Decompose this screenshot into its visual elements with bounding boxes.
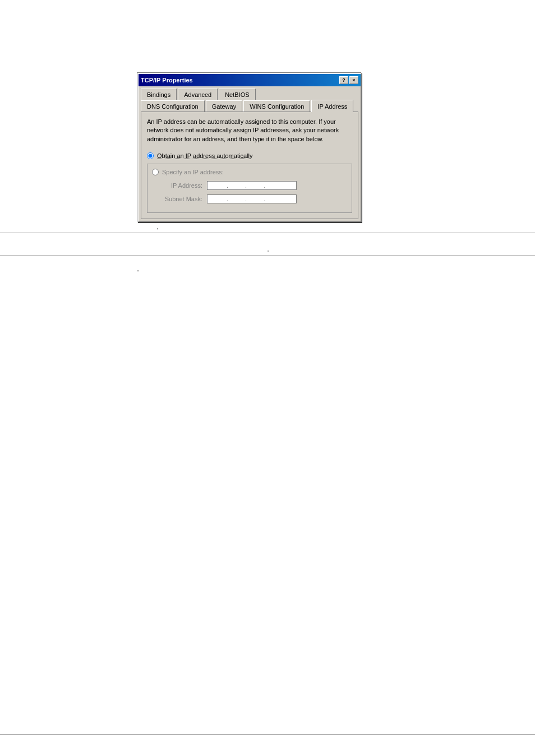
ip-address-label: IP Address: <box>152 182 202 189</box>
title-bar: TCP/IP Properties ? × <box>139 74 361 86</box>
ip-octet-2[interactable] <box>228 182 245 189</box>
help-button[interactable]: ? <box>339 76 348 84</box>
dot-mark-3: ' <box>137 269 139 276</box>
subnet-octet-4[interactable] <box>265 196 282 202</box>
separator-line-3 <box>0 734 535 735</box>
ip-address-row: IP Address: . . . <box>152 181 347 190</box>
ip-address-input-group: . . . <box>207 181 297 190</box>
ip-octet-3[interactable] <box>247 182 264 189</box>
tab-ip-address[interactable]: IP Address <box>311 100 353 112</box>
tab-bindings[interactable]: Bindings <box>141 89 177 100</box>
tab-gateway[interactable]: Gateway <box>206 100 242 112</box>
specify-ip-section: Specify an IP address: IP Address: . . . <box>147 164 352 213</box>
tab-wins-configuration[interactable]: WINS Configuration <box>243 100 310 112</box>
dot-mark-2: ' <box>268 249 269 256</box>
close-button[interactable]: × <box>349 76 358 84</box>
ip-octet-4[interactable] <box>265 182 282 189</box>
separator-line-1 <box>0 233 535 233</box>
radio-group: Obtain an IP address automatically Speci… <box>147 152 352 213</box>
tab-row-1: Bindings Advanced NetBIOS <box>141 89 358 100</box>
dialog-window: TCP/IP Properties ? × Bindings Advanced … <box>137 73 362 222</box>
tab-row-2: DNS Configuration Gateway WINS Configura… <box>141 100 358 112</box>
title-bar-buttons: ? × <box>339 76 358 84</box>
subnet-octet-2[interactable] <box>228 196 245 202</box>
page-background: TCP/IP Properties ? × Bindings Advanced … <box>0 0 535 756</box>
subnet-mask-input-group: . . . <box>207 194 297 203</box>
subnet-mask-label: Subnet Mask: <box>152 196 202 202</box>
radio-specify-input[interactable] <box>152 169 159 175</box>
subnet-octet-1[interactable] <box>210 196 227 202</box>
radio-specify-label: Specify an IP address: <box>162 169 224 175</box>
dot-mark-1: ' <box>157 227 158 234</box>
tab-container: Bindings Advanced NetBIOS DNS Configurat… <box>139 86 361 112</box>
tab-netbios[interactable]: NetBIOS <box>219 89 255 100</box>
tab-advanced[interactable]: Advanced <box>178 89 218 100</box>
radio-option-auto[interactable]: Obtain an IP address automatically <box>147 152 352 159</box>
tab-dns-configuration[interactable]: DNS Configuration <box>141 100 205 112</box>
radio-auto-label: Obtain an IP address automatically <box>157 152 252 159</box>
ip-octet-1[interactable] <box>210 182 227 189</box>
dialog-title: TCP/IP Properties <box>141 77 193 84</box>
subnet-octet-3[interactable] <box>247 196 264 202</box>
radio-option-specify[interactable]: Specify an IP address: <box>152 169 347 175</box>
description-text: An IP address can be automatically assig… <box>147 118 352 143</box>
subnet-mask-row: Subnet Mask: . . . <box>152 194 347 203</box>
radio-auto-input[interactable] <box>147 152 154 159</box>
dialog-content: An IP address can be automatically assig… <box>141 112 358 219</box>
